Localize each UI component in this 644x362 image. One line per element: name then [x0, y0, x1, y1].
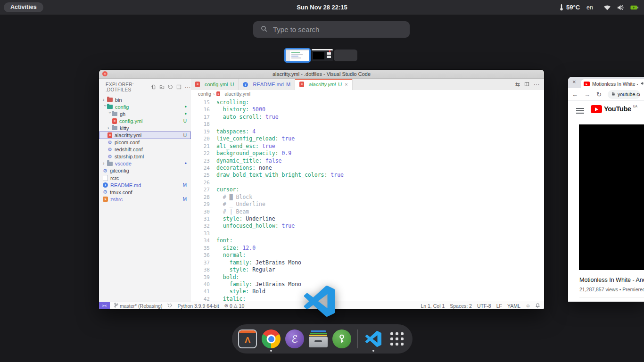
vscode-logo-drag-icon[interactable]: [304, 286, 335, 319]
code-line-33[interactable]: 33: [191, 230, 544, 237]
code-line-35[interactable]: 35 size: 12.0: [191, 245, 544, 252]
open-changes-icon[interactable]: ⇆: [515, 81, 520, 88]
code-line-22[interactable]: 22background_opacity: 0.9: [191, 150, 544, 157]
breadcrumb[interactable]: config › ≡ alacritty.yml: [191, 90, 544, 98]
workspace-thumbnail-youtube[interactable]: [312, 49, 333, 61]
code-line-28[interactable]: 28 # █ Block: [191, 194, 544, 201]
python-interpreter[interactable]: Python 3.9.9 64-bit: [177, 303, 219, 309]
sync-icon[interactable]: [167, 303, 172, 309]
new-file-icon[interactable]: [151, 83, 156, 91]
code-line-27[interactable]: 27cursor:: [191, 186, 544, 193]
indentation-setting[interactable]: Spaces: 2: [450, 303, 472, 309]
code-line-42[interactable]: 42 italic:: [191, 296, 544, 302]
close-button[interactable]: ×: [102, 71, 107, 76]
code-line-32[interactable]: 32 unfocused_hollow: true: [191, 222, 544, 230]
more-actions-icon[interactable]: ···: [534, 82, 540, 87]
workspace-thumbnail-empty[interactable]: [334, 49, 357, 61]
problems-status[interactable]: ⊗ 0 △ 10: [224, 303, 245, 309]
workspace-thumbnail-vscode[interactable]: [284, 48, 311, 63]
tab-readme-md[interactable]: i README.md M: [239, 79, 295, 90]
explorer-item-tmux.conf[interactable]: ⚙tmux.conf: [99, 189, 191, 196]
code-line-21[interactable]: 21alt_send_esc: true: [191, 143, 544, 150]
code-line-23[interactable]: 23dynamic_title: false: [191, 157, 544, 165]
explorer-item-bin[interactable]: ›bin: [99, 96, 191, 103]
code-line-20[interactable]: 20live_config_reload: true: [191, 135, 544, 142]
code-line-15[interactable]: 15scrolling:: [191, 99, 544, 106]
code-line-25[interactable]: 25draw_bold_text_with_bright_colors: tru…: [191, 172, 544, 179]
dock-item-app-grid[interactable]: [386, 326, 408, 352]
explorer-item-vscode[interactable]: ›vscode•: [99, 160, 191, 167]
code-line-39[interactable]: 39 bold:: [191, 274, 544, 281]
close-tab-icon[interactable]: ×: [345, 82, 347, 87]
explorer-item-config[interactable]: ›config•: [99, 103, 191, 110]
tab-alacritty-yml[interactable]: ≡ alacritty.yml U ×: [295, 79, 353, 90]
dock-item-vscode[interactable]: [363, 326, 384, 352]
explorer-item-starship.toml[interactable]: ⚙starship.toml: [99, 153, 191, 160]
editor[interactable]: 15scrolling:16 history: 500017 auto_scro…: [191, 98, 544, 302]
code-line-24[interactable]: 24decorations: none: [191, 165, 544, 172]
more-actions-icon[interactable]: ···: [185, 85, 191, 90]
keyboard-layout-indicator[interactable]: en: [586, 4, 593, 11]
explorer-item-picom.conf[interactable]: ⚙picom.conf: [99, 139, 191, 146]
code-line-16[interactable]: 16 history: 5000: [191, 106, 544, 113]
code-line-31[interactable]: 31 style: Underline: [191, 215, 544, 222]
video-player[interactable]: [579, 124, 644, 270]
git-branch-status[interactable]: master* (Rebasing): [114, 303, 162, 309]
feedback-smiley-icon[interactable]: ☺: [526, 303, 530, 308]
encoding-setting[interactable]: UTF-8: [477, 303, 491, 309]
system-status-area[interactable]: 59°C en: [560, 0, 638, 15]
forward-icon[interactable]: →: [584, 91, 590, 98]
dock-item-files[interactable]: [307, 326, 329, 352]
dock-item-keepass[interactable]: [331, 326, 353, 352]
new-folder-icon[interactable]: [159, 83, 165, 91]
tab-config-yml[interactable]: ≡ config.yml U: [191, 79, 239, 90]
code-line-18[interactable]: 18: [191, 121, 544, 128]
code-line-38[interactable]: 38 style: Regular: [191, 266, 544, 273]
dock-item-alacritty[interactable]: Λ: [237, 326, 258, 352]
notifications-bell-icon[interactable]: [536, 303, 540, 309]
explorer-item-kitty[interactable]: ›kitty: [99, 124, 191, 132]
cursor-position[interactable]: Ln 1, Col 1: [421, 303, 445, 309]
language-mode[interactable]: YAML: [507, 303, 520, 309]
clock[interactable]: Sun Nov 28 22:15: [297, 0, 347, 15]
back-icon[interactable]: ←: [572, 91, 578, 98]
explorer-item-redshift.conf[interactable]: ⚙redshift.conf: [99, 146, 191, 153]
tab-audio-icon[interactable]: [640, 81, 644, 87]
split-editor-icon[interactable]: [524, 80, 529, 89]
explorer-item-alacritty.yml[interactable]: ≡alacritty.ymlU: [99, 132, 191, 139]
remote-indicator[interactable]: ><: [99, 302, 110, 309]
code-line-41[interactable]: 41 style: Bold: [191, 288, 544, 295]
dock-item-chrome[interactable]: [260, 326, 282, 352]
refresh-icon[interactable]: [168, 83, 173, 91]
chrome-tab-youtube[interactable]: ▶ Motionless In White - /: [581, 79, 644, 88]
code-line-17[interactable]: 17 auto_scroll: true: [191, 114, 544, 121]
eol-setting[interactable]: LF: [496, 303, 502, 309]
breadcrumb-file[interactable]: alacritty.yml: [224, 91, 250, 97]
youtube-logo[interactable]: YouTube UA: [591, 105, 637, 113]
code-line-40[interactable]: 40 family: JetBrains Mono: [191, 281, 544, 288]
explorer-item-config.yml[interactable]: ≡config.ymlU: [99, 117, 191, 124]
collapse-folders-icon[interactable]: [176, 83, 182, 91]
explorer-item-README.md[interactable]: iREADME.mdM: [99, 181, 191, 189]
code-line-36[interactable]: 36 normal:: [191, 252, 544, 259]
code-line-34[interactable]: 34font:: [191, 237, 544, 244]
close-icon[interactable]: ×: [572, 78, 576, 85]
explorer-item-gh[interactable]: ›gh•: [99, 110, 191, 117]
code-line-19[interactable]: 19tabspaces: 4: [191, 128, 544, 135]
code-line-37[interactable]: 37 family: JetBrains Mono: [191, 259, 544, 266]
explorer-item-rcrc[interactable]: rcrc: [99, 174, 191, 181]
explorer-item-zshrc[interactable]: >zshrcM: [99, 196, 191, 203]
search-input[interactable]: [272, 25, 410, 34]
explorer-item-gitconfig[interactable]: ⚙gitconfig: [99, 167, 191, 174]
search-bar[interactable]: [253, 21, 410, 38]
breadcrumb-folder[interactable]: config: [198, 91, 211, 97]
code-line-29[interactable]: 29 # _ Underline: [191, 201, 544, 208]
menu-icon[interactable]: [576, 108, 584, 109]
vscode-titlebar[interactable]: × alacritty.yml - .dotfiles - Visual Stu…: [99, 70, 544, 79]
address-bar[interactable]: youtube.com/wa: [608, 90, 640, 99]
dock-item-emacs[interactable]: ℰ: [284, 326, 305, 352]
reload-icon[interactable]: ↻: [596, 91, 602, 98]
code-line-26[interactable]: 26: [191, 179, 544, 186]
activities-button[interactable]: Activities: [4, 2, 43, 12]
code-line-30[interactable]: 30 # | Beam: [191, 208, 544, 215]
